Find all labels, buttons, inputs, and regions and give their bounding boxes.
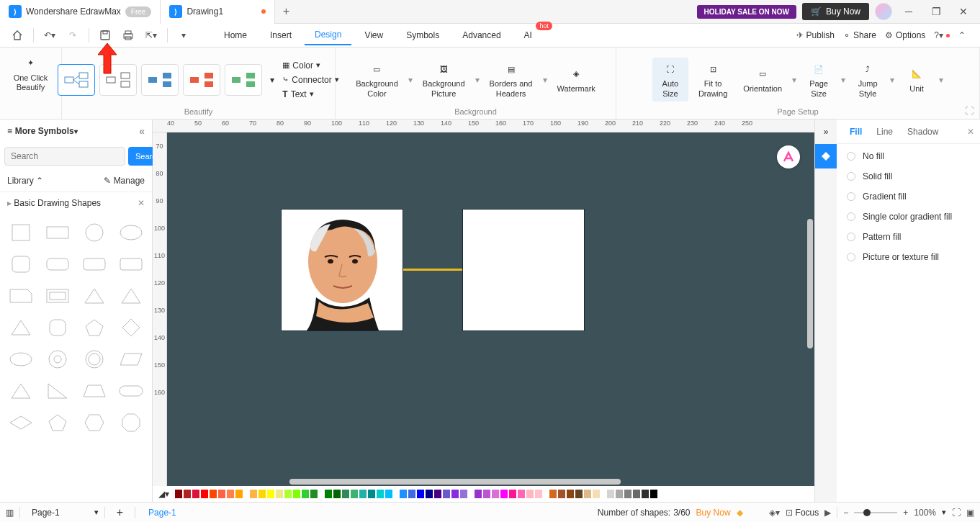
fill-option-0[interactable]: No fill [847,151,970,161]
color-swatch[interactable] [526,490,534,498]
shape-oval[interactable] [4,345,38,374]
color-swatch[interactable] [359,490,367,498]
print-button[interactable] [118,25,138,45]
shape-hexagon[interactable] [78,408,112,437]
shape-pentagon2[interactable] [41,408,75,437]
publish-button[interactable]: ✈ Publish [796,30,835,40]
color-swatch[interactable] [227,490,234,498]
color-swatch[interactable] [218,490,225,498]
shape-square[interactable] [4,218,38,247]
color-swatch[interactable] [284,490,292,498]
zoom-slider[interactable] [854,508,897,517]
color-swatch[interactable] [400,490,407,498]
color-swatch[interactable] [500,490,508,498]
collapse-panel-icon[interactable]: « [139,125,145,137]
menu-insert[interactable]: Insert [260,26,302,45]
shape-rounded-square[interactable] [4,250,38,279]
auto-size-button[interactable]: ⛶Auto Size [652,58,688,101]
canvas-connector[interactable] [403,269,462,271]
color-swatch[interactable] [584,490,591,498]
one-click-beautify-button[interactable]: ✦ One Click Beautify [8,52,54,95]
background-color-button[interactable]: ▭Background Color [350,58,404,101]
shapes-category-header[interactable]: ▸ Basic Drawing Shapes ✕ [0,192,152,214]
line-tab[interactable]: Line [869,122,900,141]
shape-right-triangle[interactable] [41,377,75,405]
beautify-style-5[interactable] [225,64,262,96]
color-swatch[interactable] [509,490,516,498]
fullscreen-icon[interactable]: ▣ [966,508,974,518]
orientation-button[interactable]: ▭Orientation [737,63,788,96]
fit-page-icon[interactable]: ⛶ [952,508,961,518]
canvas-shape-empty[interactable] [462,209,585,331]
shape-rounded-rect2[interactable] [78,250,112,279]
beautify-style-4[interactable] [183,64,220,96]
search-input[interactable] [4,147,125,166]
color-swatch[interactable] [624,490,631,498]
page-size-button[interactable]: 📄Page Size [801,58,837,101]
shape-frame[interactable] [41,282,75,310]
focus-button[interactable]: ⊡ Focus [786,508,819,518]
ai-assistant-fab[interactable] [777,145,800,168]
add-page-button[interactable]: + [111,506,129,519]
shape-snip-rect[interactable] [4,282,38,310]
diamond-icon[interactable]: ◆ [737,508,743,518]
document-tab[interactable]: ⟩ Drawing1 [160,0,275,24]
color-swatch[interactable] [549,490,557,498]
shape-triangle2[interactable] [114,282,148,310]
shape-rounded-rect[interactable] [41,250,75,279]
present-icon[interactable]: ▶ [824,508,831,518]
fit-to-drawing-button[interactable]: ⊡Fit to Drawing [693,58,733,101]
color-swatch[interactable] [235,490,243,498]
undo-button[interactable]: ↶▾ [40,25,60,45]
color-swatch[interactable] [492,490,499,498]
color-swatch[interactable] [434,490,441,498]
shape-triangle[interactable] [78,282,112,310]
outline-view-icon[interactable]: ▥ [6,508,14,518]
close-panel-icon[interactable]: ✕ [967,127,974,137]
new-tab-button[interactable]: + [275,5,297,18]
color-swatch[interactable] [642,490,649,498]
menu-symbols[interactable]: Symbols [396,26,449,45]
maximize-button[interactable]: ❐ [925,1,947,22]
color-swatch[interactable] [593,490,600,498]
unit-button[interactable]: 📐Unit [899,63,935,96]
help-button[interactable]: ?▾ [934,30,950,40]
buy-now-button[interactable]: 🛒Buy Now [802,3,869,20]
menu-ai[interactable]: AIhot [514,26,542,45]
expand-panel-icon[interactable]: » [815,120,837,144]
canvas-shape-portrait[interactable] [281,209,403,331]
jump-style-button[interactable]: ⤴Jump Style [850,58,886,101]
fill-option-1[interactable]: Solid fill [847,171,970,181]
holiday-sale-button[interactable]: HOLIDAY SALE ON NOW [697,5,796,19]
zoom-in-button[interactable]: + [903,508,908,518]
page-tab[interactable]: Page-1 [141,508,184,518]
color-swatch[interactable] [443,490,450,498]
color-swatch[interactable] [293,490,300,498]
shape-rectangle[interactable] [41,218,75,247]
fill-option-4[interactable]: Pattern fill [847,232,970,242]
manage-link[interactable]: ✎ Manage [104,176,145,186]
shape-diamond2[interactable] [4,408,38,437]
shape-double-circle[interactable] [78,345,112,374]
fill-tool-tab[interactable] [815,144,837,168]
shadow-tab[interactable]: Shadow [900,122,945,141]
fill-option-5[interactable]: Picture or texture fill [847,252,970,262]
color-swatch[interactable] [426,490,433,498]
close-button[interactable]: ✕ [953,1,974,22]
menu-advanced[interactable]: Advanced [452,26,511,45]
color-swatch[interactable] [276,490,283,498]
beautify-more-button[interactable]: ▾ [266,75,278,85]
color-swatch[interactable] [310,490,318,498]
redo-button[interactable]: ↷ [63,25,83,45]
color-swatch[interactable] [192,490,199,498]
fill-option-2[interactable]: Gradient fill [847,192,970,202]
color-swatch[interactable] [567,490,574,498]
color-swatch[interactable] [616,490,623,498]
color-swatch[interactable] [302,490,309,498]
beautify-style-3[interactable] [141,64,179,96]
qat-customize[interactable]: ▾ [174,25,194,45]
watermark-button[interactable]: ◈Watermark [552,63,601,96]
menu-home[interactable]: Home [214,26,257,45]
shape-triangle3[interactable] [4,313,38,342]
close-category-icon[interactable]: ✕ [138,198,145,208]
